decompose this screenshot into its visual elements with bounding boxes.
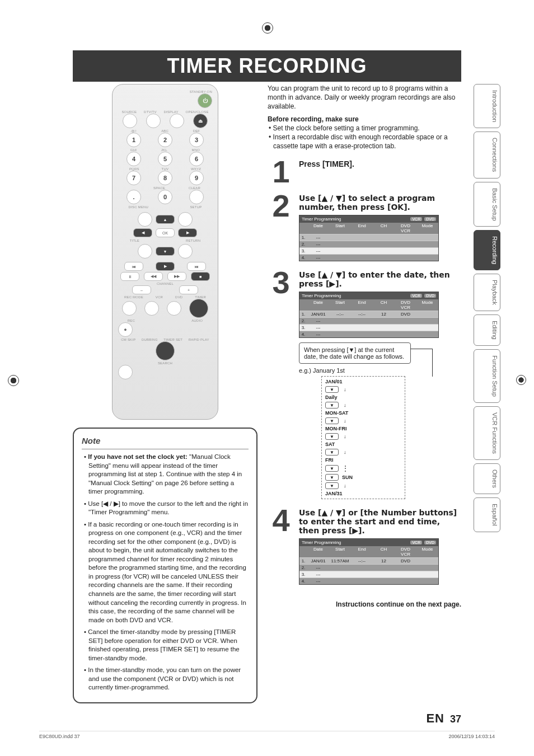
lbl-clear: CLEAR: [189, 186, 200, 190]
before-heading: Before recording, make sure: [268, 115, 461, 124]
discmenu-button: [138, 212, 152, 227]
tp-box-step2: Timer ProgrammingVCRDVD DateStartEndCHDV…: [299, 215, 439, 261]
num-4: 4: [127, 152, 141, 166]
flow-btn-1: ▼: [325, 386, 339, 393]
lbl-title: TITLE: [130, 239, 139, 242]
num-1: 1: [127, 133, 141, 147]
tp-dvd-3: DVD: [424, 294, 436, 298]
lbl-openclose: OPEN/CLOSE: [186, 110, 209, 114]
callout-line: [410, 349, 433, 377]
dtvtv-button: [146, 114, 161, 128]
num-6: 6: [189, 152, 204, 166]
continue-text: Instructions continue on the next page.: [268, 600, 461, 608]
tab-function-setup: Function Setup: [474, 349, 500, 403]
pause-button: ⏸: [120, 272, 139, 281]
flow-fri: FRI: [325, 457, 334, 463]
tp4-row2: 2.---: [299, 564, 438, 571]
dvd-button: [167, 301, 181, 316]
ch-plus: +: [179, 285, 198, 294]
step-4: 4 Use [▲ / ▼] or [the Number buttons] to…: [268, 508, 461, 585]
note-item-2: Use [◀ / ▶] to move the cursor to the le…: [88, 500, 249, 517]
tp-head-3: DateStartEndCHDVD VCRMode: [299, 299, 438, 311]
rec-button: ●: [118, 322, 133, 337]
flow-btn-2: ▼: [325, 402, 339, 408]
right-column: You can program the unit to record up to…: [268, 84, 461, 711]
display-button: [170, 114, 184, 128]
step-3-num: 3: [268, 270, 294, 499]
crop-mark-right: [516, 375, 526, 385]
step-4-num: 4: [268, 508, 294, 585]
num-clear: [189, 190, 204, 204]
tab-editing: Editing: [474, 314, 500, 346]
step-2-title: Use [▲ / ▼] to select a program number, …: [299, 194, 461, 212]
lbl-dub: DUBBING: [142, 338, 158, 341]
step-2: 2 Use [▲ / ▼] to select a program number…: [268, 194, 461, 261]
tp4-row4: 4.---: [299, 577, 438, 584]
flow-btn-5: ▼: [325, 449, 339, 456]
date-eg: e.g.) January 1st: [299, 367, 405, 374]
lbl-search: SEARCH: [158, 361, 172, 365]
up-button: ▲: [156, 215, 175, 224]
flow-btn-3: ▼: [325, 417, 339, 424]
prev-button: ⏮: [124, 262, 143, 271]
step-1-num: 1: [268, 159, 294, 185]
note-item-4: Cancel the timer-standby mode by pressin…: [88, 628, 249, 663]
tab-others: Others: [474, 463, 500, 494]
tp-dvd-2: DVD: [424, 217, 436, 221]
tp-vcr-3: VCR: [410, 294, 422, 298]
left-column: STANDBY-ON ⏻ SOURCE DTV/TV DISPLAY OPEN/…: [73, 84, 257, 711]
intro-text: You can program the unit to record up to…: [268, 84, 461, 151]
lbl-dvd: DVD: [175, 295, 182, 299]
recmode-button: [122, 301, 137, 316]
tp-vcr-4: VCR: [410, 541, 422, 544]
timer-button: [189, 299, 208, 318]
flow-btn-4: ▼: [325, 433, 339, 440]
step-3-title: Use [▲ / ▼] to enter the date, then pres…: [299, 270, 461, 288]
vcr-button: [144, 301, 159, 316]
ff-button: ▶▶: [167, 272, 186, 281]
tab-playback: Playback: [474, 274, 500, 311]
num-2: 2: [158, 133, 172, 147]
num-9: 9: [189, 171, 204, 185]
lbl-discmenu: DISC MENU: [129, 205, 148, 209]
flow-monsat: MON-SAT: [325, 410, 348, 416]
lbl-channel: CHANNEL: [157, 282, 174, 285]
note-item-1: If you have not set the clock yet: "Manu…: [88, 453, 249, 496]
tab-espanol: Español: [474, 497, 500, 532]
rew-button: ◀◀: [144, 272, 163, 281]
tp3-row3: 3.---: [299, 324, 438, 331]
num-8: 8: [158, 171, 172, 185]
note-heading: Note: [82, 435, 249, 449]
date-flow: e.g.) January 1st JAN/01 ▼ Daily ▼ MON-S…: [321, 367, 405, 499]
note-item-3: If a basic recording or one-touch timer …: [88, 520, 249, 624]
lbl-dtvtv: DTV/TV: [144, 110, 157, 114]
tp-title-2: Timer Programming: [302, 217, 341, 222]
return-button: [178, 244, 193, 259]
tab-vcr-functions: VCR Functions: [474, 406, 500, 460]
lbl-audio: AUDIO: [191, 319, 203, 322]
tp4-row1: 1.JAN/0111:57AM--:--12DVD: [299, 557, 438, 564]
flow-sun: SUN: [342, 475, 353, 480]
num-0: 0: [158, 190, 172, 204]
num-5: 5: [158, 152, 172, 166]
content-area: STANDBY-ON ⏻ SOURCE DTV/TV DISPLAY OPEN/…: [73, 84, 461, 711]
search-button: [118, 365, 133, 379]
setup-button: [178, 212, 193, 227]
step-4-title: Use [▲ / ▼] or [the Number buttons] to e…: [299, 508, 461, 535]
tp2-row2: 2.---: [299, 241, 438, 247]
lbl-timerset: TIMER SET: [163, 338, 182, 341]
flow-btn-8: ▼: [325, 482, 339, 489]
tp2-row1: 1.---: [299, 234, 438, 241]
down-button: ▼: [156, 247, 175, 256]
tp-box-step4: Timer ProgrammingVCRDVD DateStartEndCHDV…: [299, 538, 439, 585]
lbl-space: SPACE: [153, 186, 165, 190]
play-button: ▶: [156, 262, 175, 271]
openclose-button: ⏏: [193, 114, 208, 128]
lbl-rec: REC: [128, 319, 135, 322]
before-b1: Set the clock before setting a timer pro…: [273, 124, 461, 133]
tp-head-4: DateStartEndCHDVD VCRMode: [299, 546, 438, 557]
lbl-rapid: RAPID PLAY: [189, 338, 209, 341]
flow-sat: SAT: [325, 442, 335, 447]
lbl-return: RETURN: [186, 239, 200, 242]
tab-basic-setup: Basic Setup: [474, 182, 500, 227]
